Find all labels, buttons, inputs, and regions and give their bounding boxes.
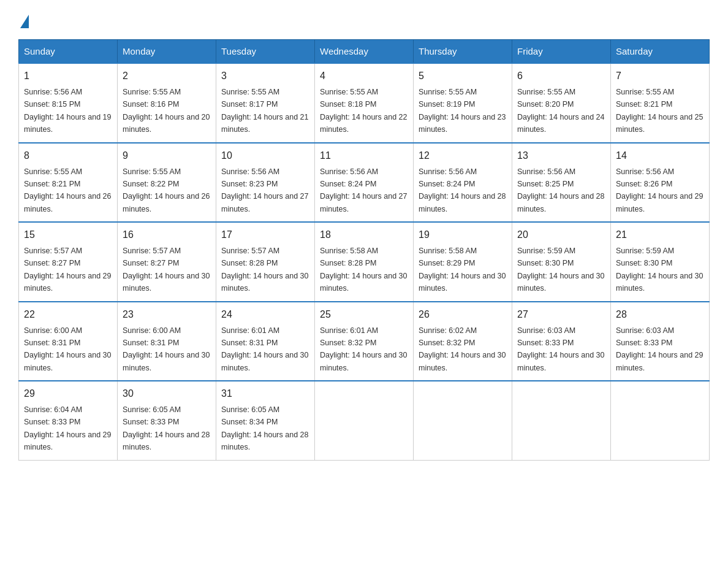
calendar-day: 7 Sunrise: 5:55 AMSunset: 8:21 PMDayligh… <box>611 63 710 143</box>
day-number: 20 <box>517 228 605 242</box>
calendar-day <box>611 381 710 460</box>
calendar-day: 30 Sunrise: 6:05 AMSunset: 8:33 PMDaylig… <box>118 381 216 460</box>
calendar-day: 2 Sunrise: 5:55 AMSunset: 8:16 PMDayligh… <box>118 63 216 143</box>
calendar-day: 5 Sunrise: 5:55 AMSunset: 8:19 PMDayligh… <box>414 63 512 143</box>
logo-triangle-icon <box>20 15 29 28</box>
day-info: Sunrise: 6:01 AMSunset: 8:31 PMDaylight:… <box>221 326 308 372</box>
calendar-week-4: 22 Sunrise: 6:00 AMSunset: 8:31 PMDaylig… <box>19 302 710 381</box>
calendar-day: 12 Sunrise: 5:56 AMSunset: 8:24 PMDaylig… <box>414 143 512 223</box>
calendar-day: 19 Sunrise: 5:58 AMSunset: 8:29 PMDaylig… <box>414 222 512 302</box>
calendar-day: 15 Sunrise: 5:57 AMSunset: 8:27 PMDaylig… <box>19 222 118 302</box>
day-number: 31 <box>221 386 309 401</box>
calendar-table: SundayMondayTuesdayWednesdayThursdayFrid… <box>18 39 710 461</box>
calendar-day: 14 Sunrise: 5:56 AMSunset: 8:26 PMDaylig… <box>611 143 710 223</box>
day-info: Sunrise: 5:55 AMSunset: 8:17 PMDaylight:… <box>221 88 308 134</box>
calendar-week-5: 29 Sunrise: 6:04 AMSunset: 8:33 PMDaylig… <box>19 381 710 460</box>
calendar-day: 11 Sunrise: 5:56 AMSunset: 8:24 PMDaylig… <box>315 143 414 223</box>
day-number: 2 <box>123 69 211 83</box>
day-number: 24 <box>221 307 309 322</box>
calendar-day: 26 Sunrise: 6:02 AMSunset: 8:32 PMDaylig… <box>414 302 512 381</box>
day-number: 12 <box>419 148 507 163</box>
calendar-day: 29 Sunrise: 6:04 AMSunset: 8:33 PMDaylig… <box>19 381 118 460</box>
day-number: 21 <box>616 228 704 242</box>
header-sunday: Sunday <box>19 40 118 64</box>
calendar-day: 25 Sunrise: 6:01 AMSunset: 8:32 PMDaylig… <box>315 302 414 381</box>
day-info: Sunrise: 6:02 AMSunset: 8:32 PMDaylight:… <box>419 326 506 372</box>
page-header <box>18 12 710 28</box>
day-number: 6 <box>517 69 605 83</box>
day-info: Sunrise: 5:55 AMSunset: 8:16 PMDaylight:… <box>123 88 210 134</box>
logo <box>18 12 30 28</box>
day-info: Sunrise: 5:59 AMSunset: 8:30 PMDaylight:… <box>517 247 604 293</box>
day-info: Sunrise: 5:57 AMSunset: 8:27 PMDaylight:… <box>123 247 210 293</box>
day-info: Sunrise: 6:03 AMSunset: 8:33 PMDaylight:… <box>616 326 703 372</box>
day-info: Sunrise: 5:55 AMSunset: 8:21 PMDaylight:… <box>24 167 111 213</box>
calendar-day: 6 Sunrise: 5:55 AMSunset: 8:20 PMDayligh… <box>512 63 611 143</box>
calendar-day: 10 Sunrise: 5:56 AMSunset: 8:23 PMDaylig… <box>216 143 315 223</box>
day-info: Sunrise: 5:55 AMSunset: 8:21 PMDaylight:… <box>616 88 703 134</box>
calendar-header-row: SundayMondayTuesdayWednesdayThursdayFrid… <box>19 40 710 64</box>
day-number: 7 <box>616 69 704 83</box>
day-number: 5 <box>419 69 507 83</box>
calendar-day: 27 Sunrise: 6:03 AMSunset: 8:33 PMDaylig… <box>512 302 611 381</box>
calendar-day: 28 Sunrise: 6:03 AMSunset: 8:33 PMDaylig… <box>611 302 710 381</box>
day-number: 26 <box>419 307 507 322</box>
day-number: 23 <box>123 307 211 322</box>
day-number: 11 <box>320 148 408 163</box>
calendar-day: 13 Sunrise: 5:56 AMSunset: 8:25 PMDaylig… <box>512 143 611 223</box>
day-info: Sunrise: 5:55 AMSunset: 8:22 PMDaylight:… <box>123 167 210 213</box>
day-info: Sunrise: 5:56 AMSunset: 8:23 PMDaylight:… <box>221 167 308 213</box>
day-number: 3 <box>221 69 309 83</box>
calendar-day: 20 Sunrise: 5:59 AMSunset: 8:30 PMDaylig… <box>512 222 611 302</box>
day-info: Sunrise: 5:56 AMSunset: 8:15 PMDaylight:… <box>24 88 111 134</box>
day-number: 30 <box>123 386 211 401</box>
calendar-week-1: 1 Sunrise: 5:56 AMSunset: 8:15 PMDayligh… <box>19 63 710 143</box>
calendar-day: 1 Sunrise: 5:56 AMSunset: 8:15 PMDayligh… <box>19 63 118 143</box>
day-number: 8 <box>24 148 112 163</box>
calendar-week-3: 15 Sunrise: 5:57 AMSunset: 8:27 PMDaylig… <box>19 222 710 302</box>
calendar-day: 9 Sunrise: 5:55 AMSunset: 8:22 PMDayligh… <box>118 143 216 223</box>
calendar-day: 24 Sunrise: 6:01 AMSunset: 8:31 PMDaylig… <box>216 302 315 381</box>
day-number: 4 <box>320 69 408 83</box>
calendar-day: 21 Sunrise: 5:59 AMSunset: 8:30 PMDaylig… <box>611 222 710 302</box>
calendar-day: 8 Sunrise: 5:55 AMSunset: 8:21 PMDayligh… <box>19 143 118 223</box>
day-number: 9 <box>123 148 211 163</box>
day-number: 27 <box>517 307 605 322</box>
header-wednesday: Wednesday <box>315 40 414 64</box>
day-number: 28 <box>616 307 704 322</box>
day-info: Sunrise: 5:58 AMSunset: 8:29 PMDaylight:… <box>419 247 506 293</box>
calendar-day: 23 Sunrise: 6:00 AMSunset: 8:31 PMDaylig… <box>118 302 216 381</box>
calendar-day: 31 Sunrise: 6:05 AMSunset: 8:34 PMDaylig… <box>216 381 315 460</box>
day-info: Sunrise: 5:56 AMSunset: 8:26 PMDaylight:… <box>616 167 703 213</box>
day-number: 14 <box>616 148 704 163</box>
header-saturday: Saturday <box>611 40 710 64</box>
day-info: Sunrise: 5:59 AMSunset: 8:30 PMDaylight:… <box>616 247 703 293</box>
day-info: Sunrise: 5:56 AMSunset: 8:25 PMDaylight:… <box>517 167 604 213</box>
calendar-day <box>512 381 611 460</box>
calendar-day: 18 Sunrise: 5:58 AMSunset: 8:28 PMDaylig… <box>315 222 414 302</box>
day-number: 16 <box>123 228 211 242</box>
day-info: Sunrise: 5:56 AMSunset: 8:24 PMDaylight:… <box>419 167 506 213</box>
day-number: 22 <box>24 307 112 322</box>
day-info: Sunrise: 5:58 AMSunset: 8:28 PMDaylight:… <box>320 247 407 293</box>
day-info: Sunrise: 5:55 AMSunset: 8:19 PMDaylight:… <box>419 88 506 134</box>
header-tuesday: Tuesday <box>216 40 315 64</box>
day-number: 17 <box>221 228 309 242</box>
calendar-week-2: 8 Sunrise: 5:55 AMSunset: 8:21 PMDayligh… <box>19 143 710 223</box>
day-info: Sunrise: 6:05 AMSunset: 8:33 PMDaylight:… <box>123 405 210 451</box>
day-number: 15 <box>24 228 112 242</box>
header-thursday: Thursday <box>414 40 512 64</box>
day-info: Sunrise: 6:04 AMSunset: 8:33 PMDaylight:… <box>24 405 111 451</box>
calendar-day: 3 Sunrise: 5:55 AMSunset: 8:17 PMDayligh… <box>216 63 315 143</box>
day-number: 25 <box>320 307 408 322</box>
day-info: Sunrise: 6:05 AMSunset: 8:34 PMDaylight:… <box>221 405 308 451</box>
day-number: 18 <box>320 228 408 242</box>
calendar-day: 22 Sunrise: 6:00 AMSunset: 8:31 PMDaylig… <box>19 302 118 381</box>
day-number: 13 <box>517 148 605 163</box>
day-info: Sunrise: 5:57 AMSunset: 8:28 PMDaylight:… <box>221 247 308 293</box>
day-number: 10 <box>221 148 309 163</box>
header-friday: Friday <box>512 40 611 64</box>
day-number: 1 <box>24 69 112 83</box>
header-monday: Monday <box>118 40 216 64</box>
day-info: Sunrise: 5:56 AMSunset: 8:24 PMDaylight:… <box>320 167 407 213</box>
